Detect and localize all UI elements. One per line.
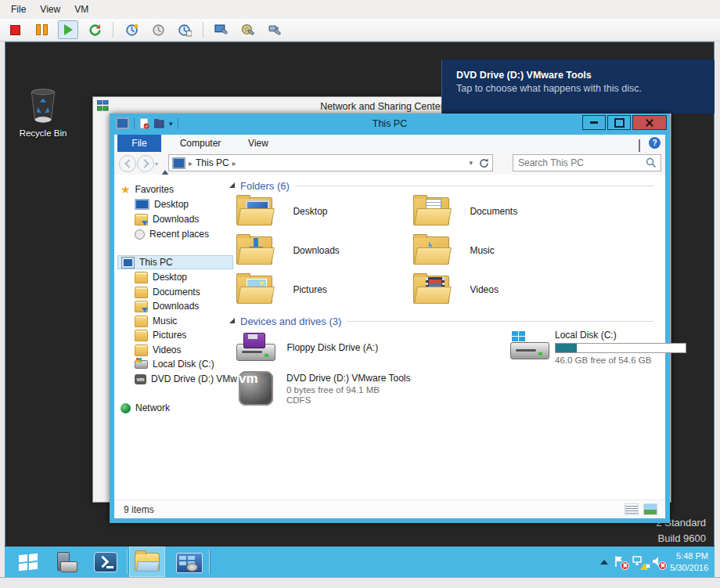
tile-music[interactable]: ♪ Music [413, 236, 495, 265]
address-bar[interactable]: ▸ This PC ▸ ▾ [168, 154, 493, 171]
thumbnail-view-button[interactable] [643, 503, 657, 515]
recycle-bin[interactable]: Recycle Bin [15, 88, 71, 138]
taskbar-powershell[interactable] [88, 547, 124, 577]
system-tray: 5:48 PM 5/30/2016 [600, 547, 708, 577]
search-input[interactable] [513, 157, 646, 168]
tile-dvd-drive[interactable]: vm [239, 371, 273, 406]
maximize-icon [614, 118, 625, 128]
network-icon [121, 403, 131, 413]
desktop-folder-icon [236, 197, 272, 225]
group-header-folders[interactable]: Folders (6) [229, 180, 661, 192]
address-dropdown-icon[interactable]: ▾ [469, 159, 473, 167]
error-badge-icon [621, 561, 629, 570]
tile-label: Floppy Disk Drive (A:) [286, 342, 378, 353]
recent-locations-icon[interactable]: ▾ [155, 161, 158, 168]
power-off-button[interactable] [5, 20, 25, 39]
tab-file[interactable]: File [117, 135, 161, 152]
power-on-button[interactable] [58, 20, 78, 39]
vm-settings-button[interactable] [211, 20, 232, 39]
action-center-icon[interactable] [614, 555, 627, 568]
file-explorer-icon [135, 553, 160, 572]
sidebar-item-pc-documents[interactable]: Documents [135, 285, 200, 299]
local-disk-icon [135, 360, 148, 369]
sidebar-item-pc-pictures[interactable]: Pictures [135, 328, 186, 342]
documents-folder-icon [413, 197, 449, 225]
tile-downloads[interactable]: Downloads [236, 236, 340, 265]
sidebar-item-fav-downloads[interactable]: Downloads [135, 212, 199, 226]
sidebar-item-recent-places[interactable]: Recent places [135, 227, 209, 241]
sidebar-item-local-disk[interactable]: Local Disk (C:) [135, 357, 214, 371]
taskbar-server-manager[interactable] [49, 547, 85, 577]
sidebar-item-fav-desktop[interactable]: Desktop [135, 197, 189, 211]
taskbar-clock[interactable]: 5:48 PM 5/30/2016 [670, 550, 708, 574]
taskbar-control-panel[interactable] [167, 547, 207, 577]
sidebar-label: Desktop [154, 199, 189, 210]
network-status-icon[interactable] [632, 555, 646, 568]
sidebar-item-this-pc[interactable]: This PC [117, 255, 233, 269]
sidebar-item-pc-videos[interactable]: Videos [135, 343, 181, 357]
tile-label: Music [470, 245, 494, 256]
breadcrumb-arrow-icon[interactable]: ▸ [232, 159, 236, 168]
explorer-client-area: File Computer View ? ▾ ▸ This PC ▸ ▾ [114, 135, 665, 518]
list-view-button[interactable] [625, 503, 639, 515]
sidebar-item-pc-desktop[interactable]: Desktop [135, 270, 187, 284]
snapshot-revert-icon [152, 23, 165, 37]
breadcrumb-root[interactable]: This PC [196, 157, 229, 168]
search-icon[interactable] [646, 157, 657, 168]
sidebar-item-favorites[interactable]: ★Favorites [121, 182, 174, 197]
collapse-triangle-icon[interactable] [229, 182, 235, 188]
local-disk-details[interactable]: Local Disk (C:) 46.0 GB free of 54.6 GB [555, 330, 688, 365]
local-disk-icon [510, 331, 548, 361]
reset-button[interactable] [85, 20, 105, 39]
sidebar-label: Videos [153, 345, 181, 355]
snapshot-take-icon [125, 23, 139, 37]
folder-icon [135, 272, 148, 283]
items-view: Folders (6) Desktop Documents Downloads … [228, 175, 665, 500]
tile-desktop[interactable]: Desktop [236, 197, 327, 225]
help-button[interactable]: ? [649, 137, 661, 149]
tile-videos[interactable]: Videos [413, 276, 499, 304]
back-button[interactable] [119, 155, 136, 172]
snapshot-revert-button[interactable] [148, 20, 168, 39]
snapshot-take-button[interactable] [121, 20, 142, 39]
usb-devices-button[interactable] [265, 20, 285, 39]
toast-message: Tap to choose what happens with this dis… [456, 83, 715, 94]
install-tools-button[interactable] [238, 20, 258, 39]
toolbar-separator [203, 22, 203, 38]
minimize-icon [590, 121, 598, 124]
dvd-drive-details[interactable]: DVD Drive (D:) VMware Tools 0 bytes free… [286, 373, 459, 405]
sidebar-label: Recent places [149, 229, 209, 240]
refresh-icon[interactable] [479, 158, 489, 168]
tile-label: DVD Drive (D:) VMware Tools [286, 373, 459, 384]
minimize-button[interactable] [582, 115, 606, 130]
sidebar-label: Music [153, 316, 177, 326]
menu-view[interactable]: View [40, 4, 60, 15]
tab-computer[interactable]: Computer [171, 135, 230, 152]
tile-documents[interactable]: Documents [413, 197, 517, 225]
collapse-triangle-icon[interactable] [229, 318, 235, 323]
start-button[interactable] [9, 547, 47, 577]
tile-local-disk[interactable] [510, 331, 548, 364]
taskbar-file-explorer[interactable] [129, 547, 165, 577]
forward-button[interactable] [137, 155, 154, 172]
sidebar-item-dvd-drive[interactable]: vmDVD Drive (D:) VMw [135, 372, 237, 386]
maximize-button[interactable] [607, 115, 631, 130]
dvd-toast-notification[interactable]: DVD Drive (D:) VMware Tools Tap to choos… [441, 60, 715, 114]
explorer-titlebar[interactable]: ▾ This PC [110, 114, 670, 135]
group-header-devices[interactable]: Devices and drives (3) [229, 316, 661, 327]
sidebar-item-pc-downloads[interactable]: Downloads [135, 299, 199, 313]
tab-view[interactable]: View [238, 135, 279, 152]
suspend-button[interactable] [31, 20, 52, 39]
sidebar-item-pc-music[interactable]: Music [135, 314, 177, 328]
recent-places-icon [135, 229, 145, 240]
tile-floppy-drive[interactable]: Floppy Disk Drive (A:) [236, 333, 378, 363]
tile-pictures[interactable]: Pictures [236, 276, 327, 304]
menu-vm[interactable]: VM [74, 4, 88, 15]
close-button[interactable] [632, 115, 667, 130]
sidebar-item-network[interactable]: Network [121, 401, 170, 415]
show-hidden-icons-button[interactable] [600, 560, 608, 565]
capacity-bar-fill [556, 344, 577, 352]
volume-icon[interactable] [651, 555, 664, 568]
menu-file[interactable]: File [11, 4, 26, 15]
snapshot-manager-button[interactable] [175, 20, 195, 39]
